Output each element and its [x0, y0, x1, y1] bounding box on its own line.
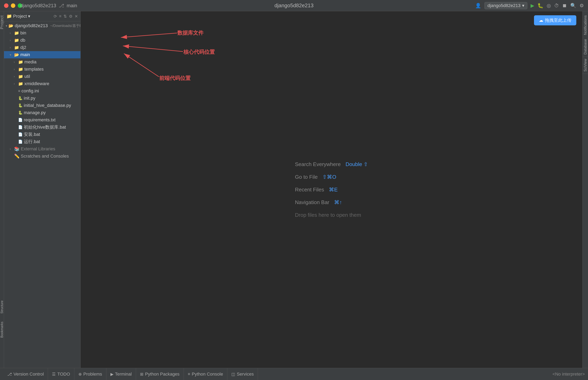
close-button[interactable] [4, 3, 8, 8]
notifications-panel-label[interactable]: Notifications [583, 13, 588, 37]
run-config-chevron: ▾ [522, 3, 524, 8]
folder-main-label: main [20, 52, 30, 57]
folder-bin-icon: 📁 [14, 31, 19, 36]
run-config[interactable]: django5d82e213 ▾ [484, 2, 527, 9]
hive-py-label: initial_hive_database.py [24, 103, 71, 108]
version-control-icon: ⎇ [7, 372, 12, 377]
coverage-button[interactable]: ◎ [547, 3, 551, 8]
chevron-external: › [10, 147, 13, 151]
services-label: Services [237, 372, 254, 377]
debug-button[interactable]: 🐛 [537, 3, 544, 8]
tree-item-main[interactable]: ▾ 📂 main [4, 51, 80, 58]
branch-icon: ⎇ [59, 3, 64, 8]
hive-py-icon: 🐍 [18, 103, 22, 108]
chevron-db: › [10, 38, 13, 42]
external-libs-icon: 📚 [14, 146, 20, 152]
folder-main-icon: 📂 [14, 52, 19, 57]
interpreter-status[interactable]: <No interpreter> [552, 372, 585, 377]
problems-icon: ⊕ [78, 372, 82, 377]
tree-item-dj2[interactable]: › 📁 dj2 [4, 44, 80, 51]
run-config-label: django5d82e213 [487, 3, 521, 8]
structure-label[interactable]: Structure [0, 301, 4, 314]
version-control-tab[interactable]: ⎇ Version Control [3, 368, 48, 380]
tree-item-util[interactable]: › 📁 util [4, 73, 80, 80]
tree-item-requirements[interactable]: › 📄 requirements.txt [4, 116, 80, 124]
tree-item-templates[interactable]: › 📁 templates [4, 66, 80, 73]
tree-item-run-bat[interactable]: › 📄 运行.bat [4, 138, 80, 145]
window-controls [4, 3, 22, 8]
tree-item-initial-hive[interactable]: › 🐍 initial_hive_database.py [4, 102, 80, 109]
settings-icon[interactable]: ⚙ [580, 3, 584, 8]
project-side-label: Project [0, 15, 4, 29]
search-everywhere-label: Search Everywhere [295, 161, 341, 168]
problems-tab[interactable]: ⊕ Problems [74, 368, 106, 380]
req-label: requirements.txt [24, 117, 56, 123]
profile-button[interactable]: ⏱ [554, 3, 559, 8]
collapse-icon[interactable]: ≡ [59, 14, 62, 19]
init-py-icon: 🐍 [18, 96, 22, 100]
chevron-dj2: › [10, 46, 13, 49]
folder-dj2-icon: 📁 [14, 45, 19, 50]
terminal-tab[interactable]: ▶ Terminal [106, 368, 136, 380]
svg-line-2 [123, 46, 183, 52]
run-button[interactable]: ▶ [531, 3, 534, 8]
shortcut-search: Search Everywhere Double ⇧ [295, 161, 368, 168]
tree-item-db[interactable]: › 📁 db [4, 37, 80, 44]
bookmarks-label[interactable]: Bookmarks [0, 322, 4, 338]
upload-button[interactable]: ☁ 拖拽至此上传 [534, 15, 576, 25]
folder-dj2-label: dj2 [20, 45, 26, 50]
root-name: django5d82e213 [15, 23, 48, 28]
root-subtitle: ~/Downloads/基于Python爬虫的学... [50, 23, 80, 28]
tree-item-xmiddleware[interactable]: › 📁 xmiddleware [4, 80, 80, 87]
panel-header-icons: ⟳ ≡ ⇅ ⚙ ✕ [54, 14, 78, 19]
config-ini-icon: ≡ [18, 89, 20, 93]
database-panel-label[interactable]: Database [583, 37, 588, 57]
project-panel-title-group[interactable]: 📁 Project ▾ [6, 14, 30, 19]
minimize-button[interactable] [11, 3, 15, 8]
sciview-panel-label[interactable]: SciView [583, 57, 588, 74]
right-sidebar: Notifications Database SciView [582, 11, 588, 368]
tree-item-manage-py[interactable]: › 🐍 manage.py [4, 109, 80, 116]
todo-icon: ☰ [52, 372, 56, 377]
gear-icon[interactable]: ⚙ [69, 14, 73, 19]
drop-files-text: Drop files here to open them [295, 212, 361, 218]
scratches-icon: ✏️ [14, 153, 20, 159]
folder-util-icon: 📁 [18, 74, 23, 79]
branch-label: main [67, 3, 77, 8]
statusbar: ⎇ Version Control ☰ TODO ⊕ Problems ▶ Te… [0, 368, 588, 380]
root-folder-icon: 📂 [8, 23, 14, 28]
manage-py-icon: 🐍 [18, 111, 22, 115]
todo-label: TODO [57, 372, 70, 377]
sync-icon[interactable]: ⟳ [54, 14, 57, 19]
tree-item-init-py[interactable]: › 🐍 init.py [4, 95, 80, 102]
tree-item-init-bat[interactable]: › 📄 初始化hive数据库.bat [4, 124, 80, 131]
user-icon[interactable]: 👤 [475, 3, 481, 8]
chevron-util: › [14, 75, 17, 78]
tree-item-external-libs[interactable]: › 📚 External Libraries [4, 145, 80, 152]
tree-item-config-ini[interactable]: › ≡ config.ini [4, 87, 80, 95]
folder-bin-label: bin [20, 30, 26, 36]
search-everywhere-icon[interactable]: 🔍 [570, 3, 576, 8]
terminal-icon: ▶ [110, 372, 113, 377]
goto-file-label: Go to File [295, 174, 318, 180]
todo-tab[interactable]: ☰ TODO [48, 368, 74, 380]
folder-templates-icon: 📁 [18, 67, 23, 72]
run-bat-icon: 📄 [18, 139, 22, 144]
upload-label: 拖拽至此上传 [545, 17, 571, 23]
close-panel-icon[interactable]: ✕ [75, 14, 78, 19]
tree-root[interactable]: ▾ 📂 django5d82e213 ~/Downloads/基于Python爬… [4, 22, 80, 29]
folder-media-icon: 📁 [18, 59, 23, 64]
shortcut-nav-bar: Navigation Bar ⌘↑ [295, 199, 342, 206]
python-console-tab[interactable]: ≡ Python Console [184, 368, 227, 380]
python-packages-tab[interactable]: ⊞ Python Packages [136, 368, 184, 380]
recent-files-key: ⌘E [329, 187, 337, 193]
stop-button[interactable]: ⏹ [562, 3, 567, 8]
tree-item-bin[interactable]: › 📁 bin [4, 29, 80, 37]
tree-item-scratches[interactable]: › ✏️ Scratches and Consoles [4, 152, 80, 160]
filter-icon[interactable]: ⇅ [63, 14, 67, 19]
external-libs-label: External Libraries [21, 146, 55, 152]
tree-item-media[interactable]: › 📁 media [4, 58, 80, 66]
services-tab[interactable]: ◫ Services [227, 368, 258, 380]
req-file-icon: 📄 [18, 118, 22, 122]
tree-item-install-bat[interactable]: › 📄 安装.bat [4, 131, 80, 138]
